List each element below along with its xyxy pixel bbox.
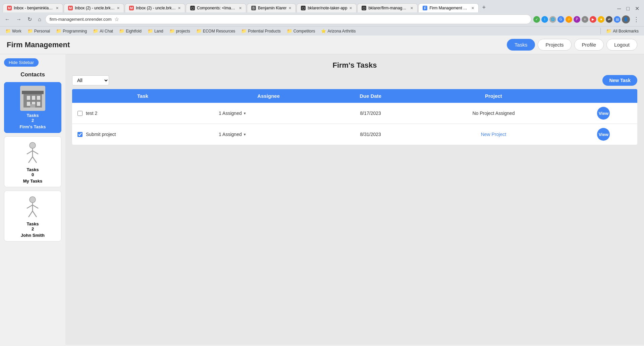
building-svg	[20, 86, 45, 111]
nav-projects-button[interactable]: Projects	[538, 39, 571, 51]
toolbar-icons: ✓ i 🌐 G ⚡ P ≡ ▶ ★ ⇌ ▤ 👤 ⋮	[533, 15, 641, 24]
bookmark-work-label: Work	[12, 29, 21, 33]
task-project-2: New Project	[417, 124, 570, 145]
nav-profile-button[interactable]: Profile	[574, 39, 604, 51]
my-tasks-image	[20, 140, 45, 165]
filter-select[interactable]: All Pending Completed	[72, 75, 109, 85]
menu-button[interactable]: ⋮	[631, 15, 641, 24]
bookmark-potential-products[interactable]: 📁 Potential Products	[238, 28, 283, 34]
tab-close-7[interactable]: ✕	[410, 6, 413, 10]
bookmarks-bar: 📁 Work 📁 Personal 📁 Programming 📁 AI Cha…	[0, 26, 644, 36]
tab-benjamin[interactable]: B Benjamin Klarer ✕	[247, 3, 296, 12]
tab-close-4[interactable]: ✕	[239, 6, 242, 10]
close-window-button[interactable]: ✕	[633, 5, 641, 12]
tab-note-taker[interactable]: ⬡ bklarer/note-taker-app ✕	[297, 3, 357, 12]
new-task-button[interactable]: New Task	[602, 75, 637, 86]
new-tab-button[interactable]: +	[479, 3, 488, 12]
tab-inbox-2[interactable]: M Inbox (2) - uncle.brk@gm... ✕	[64, 3, 124, 12]
task-name-2: Submit project	[86, 132, 116, 137]
svg-rect-8	[37, 102, 40, 106]
bookmark-ai-chat[interactable]: 📁 AI Chat	[90, 28, 116, 34]
extension-icon-3[interactable]: 🌐	[549, 16, 556, 23]
firms-tasks-image	[20, 86, 45, 111]
extension-icon-9[interactable]: ★	[598, 16, 604, 23]
sidebar-item-john-smith[interactable]: Tasks 2 John Smith	[4, 191, 61, 241]
home-button[interactable]: ⌂	[36, 16, 43, 23]
bookmark-ecom-label: ECOM Resources	[203, 29, 235, 33]
sidebar-item-my-tasks[interactable]: Tasks 0 My Tasks	[4, 136, 61, 187]
task-checkbox-2[interactable]	[77, 132, 83, 137]
main-content: Firm's Tasks All Pending Completed New T…	[65, 54, 644, 345]
hide-sidebar-button[interactable]: Hide Sidebar	[4, 58, 39, 67]
svg-rect-3	[27, 96, 30, 100]
bookmark-ecom[interactable]: 📁 ECOM Resources	[194, 28, 238, 34]
tab-title-7: bklarer/firm-managemen...	[368, 6, 408, 10]
tab-close-8[interactable]: ✕	[471, 6, 474, 10]
task-checkbox-1[interactable]	[77, 111, 83, 116]
tab-components[interactable]: ⬡ Components: <Image> |... ✕	[186, 3, 246, 12]
app-title: Firm Management	[7, 41, 507, 49]
col-task: Task	[72, 89, 213, 103]
bookmark-arizona-arthritis-label: Arizona Arthritis	[327, 29, 356, 33]
bookmark-personal-label: Personal	[34, 29, 50, 33]
tab-close-2[interactable]: ✕	[117, 6, 120, 10]
assignee-text-1: 1 Assigned	[219, 111, 242, 116]
folder-icon: 📁	[169, 28, 175, 33]
bookmark-eightfold[interactable]: 📁 Eightfold	[116, 28, 144, 34]
bookmark-personal[interactable]: 📁 Personal	[25, 28, 53, 34]
folder-icon: 📁	[5, 28, 11, 33]
nav-tasks-button[interactable]: Tasks	[507, 39, 535, 51]
extension-icon-10[interactable]: ⇌	[606, 16, 612, 23]
tab-close-1[interactable]: ✕	[56, 6, 59, 10]
tab-firm-management-app[interactable]: F Firm Management App ✕	[418, 3, 479, 12]
extension-icon-sidebar[interactable]: ▤	[614, 16, 621, 23]
view-button-2[interactable]: View	[597, 128, 610, 141]
bookmark-programming[interactable]: 📁 Programming	[53, 28, 90, 34]
bookmark-competitors[interactable]: 📁 Competitors	[284, 28, 318, 34]
extension-icon-2[interactable]: i	[541, 16, 548, 23]
extension-icon-8[interactable]: ▶	[590, 16, 596, 23]
folder-icon: 📁	[196, 28, 202, 33]
tab-close-3[interactable]: ✕	[178, 6, 181, 10]
assignee-dropdown-1[interactable]: 1 Assigned ▼	[219, 111, 318, 116]
sidebar-item-firms-tasks[interactable]: Tasks 2 Firm's Tasks	[4, 82, 61, 133]
url-bar[interactable]: firm-management.onrender.com ☆	[45, 14, 531, 24]
extension-icon-1[interactable]: ✓	[533, 16, 540, 23]
svg-line-15	[33, 157, 37, 163]
bookmark-star-icon[interactable]: ☆	[114, 16, 119, 22]
maximize-button[interactable]: □	[624, 5, 632, 12]
bookmark-all-bookmarks[interactable]: 📁 All Bookmarks	[603, 28, 641, 34]
back-button[interactable]: ←	[3, 16, 12, 23]
bookmark-work[interactable]: 📁 Work	[3, 28, 24, 34]
nav-logout-button[interactable]: Logout	[606, 39, 637, 51]
tab-firm-management-repo[interactable]: ⬡ bklarer/firm-managemen... ✕	[357, 3, 418, 12]
svg-line-18	[27, 205, 33, 208]
bookmark-eightfold-label: Eightfold	[126, 29, 142, 33]
tab-title-6: bklarer/note-taker-app	[308, 6, 347, 10]
bookmarks-separator: 📁 All Bookmarks	[600, 28, 641, 34]
extension-icon-6[interactable]: P	[574, 16, 580, 23]
folder-icon: 📁	[148, 28, 153, 33]
reload-button[interactable]: ↻	[25, 15, 34, 23]
tab-inbox-3[interactable]: M Inbox (2) - uncle.brk@gm... ✕	[125, 3, 185, 12]
extension-icon-5[interactable]: ⚡	[566, 16, 572, 23]
folder-icon: 📁	[241, 28, 247, 33]
assignee-text-2: 1 Assigned	[219, 132, 242, 137]
folder-icon: 📁	[119, 28, 124, 33]
bookmark-projects[interactable]: 📁 projects	[167, 28, 193, 34]
dropdown-arrow-icon-2: ▼	[243, 133, 247, 136]
bookmark-arizona-arthritis[interactable]: ⭐ Arizona Arthritis	[318, 28, 358, 34]
extension-icon-4[interactable]: G	[557, 16, 564, 23]
view-button-1[interactable]: View	[597, 107, 610, 120]
svg-rect-5	[37, 96, 40, 100]
profile-avatar-icon[interactable]: 👤	[622, 15, 630, 23]
assignee-dropdown-2[interactable]: 1 Assigned ▼	[219, 132, 318, 137]
tab-close-5[interactable]: ✕	[288, 6, 291, 10]
bookmark-land[interactable]: 📁 Land	[145, 28, 166, 34]
extension-icon-7[interactable]: ≡	[582, 16, 588, 23]
tab-inbox-1[interactable]: M Inbox - benjaminklarer@... ✕	[3, 3, 63, 12]
tab-close-6[interactable]: ✕	[349, 6, 352, 10]
project-link-2[interactable]: New Project	[481, 132, 506, 137]
forward-button[interactable]: →	[14, 16, 23, 23]
minimize-button[interactable]: ─	[615, 5, 623, 12]
